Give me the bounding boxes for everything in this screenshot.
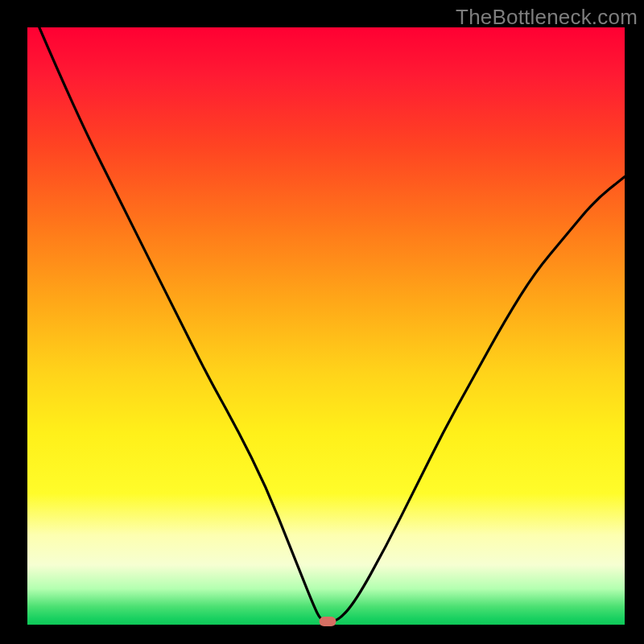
plot-area (27, 27, 625, 625)
min-marker (320, 617, 336, 626)
chart-frame: TheBottleneck.com (0, 0, 644, 644)
watermark-text: TheBottleneck.com (456, 5, 638, 30)
bottleneck-curve (27, 27, 625, 625)
